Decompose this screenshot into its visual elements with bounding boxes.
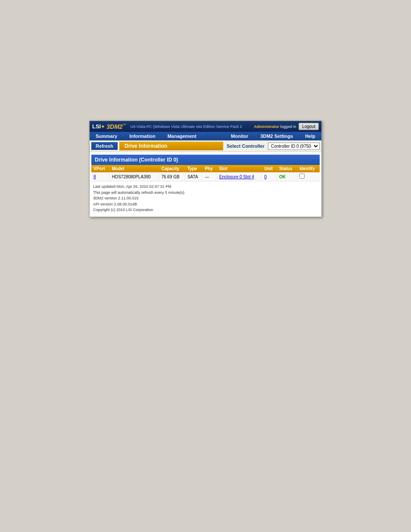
cell-model: HDS728080PLA380 — [109, 172, 159, 181]
logo-area: LSI✦ 3DM2™ U6-Vista-PC (Windows Vista Ul… — [92, 123, 242, 130]
nav-information[interactable]: Information — [123, 132, 162, 140]
header-bar: LSI✦ 3DM2™ U6-Vista-PC (Windows Vista Ul… — [90, 121, 321, 132]
footer-line1: Last updated Mon, Apr 26, 2010 02:47:31 … — [93, 184, 318, 190]
vport-link[interactable]: 8 — [93, 174, 96, 179]
content-area: Drive Information (Controller ID 0) VPor… — [90, 155, 321, 217]
cell-status: OK — [277, 172, 297, 181]
col-model: Model — [109, 165, 159, 172]
pc-info: U6-Vista-PC (Windows Vista Ultimate x64 … — [131, 124, 242, 129]
cell-phy: --- — [202, 172, 217, 181]
col-vport: VPort — [91, 165, 109, 172]
col-capacity: Capacity — [159, 165, 185, 172]
nav-management[interactable]: Management — [162, 132, 202, 140]
status-badge: OK — [279, 174, 286, 179]
3dm2-logo: 3DM2™ — [106, 123, 126, 130]
table-row: 8 HDS728080PLA380 76.69 GB SATA --- Encl… — [91, 172, 320, 181]
col-identify: Identify — [297, 165, 320, 172]
admin-area: Administrator logged in Logout — [254, 123, 319, 130]
nav-help[interactable]: Help — [299, 132, 321, 140]
cell-unit: 0 — [262, 172, 277, 181]
col-status: Status — [277, 165, 297, 172]
page-title: Drive Information — [119, 142, 223, 150]
unit-link[interactable]: 0 — [264, 174, 267, 179]
col-phy: Phy — [202, 165, 217, 172]
footer-info: Last updated Mon, Apr 26, 2010 02:47:31 … — [90, 181, 321, 217]
cell-vport: 8 — [91, 172, 109, 181]
drive-table: VPort Model Capacity Type Phy Slot Unit … — [91, 165, 320, 181]
col-type: Type — [185, 165, 202, 172]
section-header: Drive Information (Controller ID 0) — [91, 155, 320, 165]
footer-line2: This page will automatically refresh eve… — [93, 190, 318, 196]
nav-monitor[interactable]: Monitor — [225, 132, 254, 140]
cell-slot: Enclosure 0 Slot 4 — [217, 172, 262, 181]
nav-summary[interactable]: Summary — [90, 132, 123, 140]
identify-checkbox[interactable] — [299, 174, 305, 179]
star-icon: ✦ — [101, 124, 105, 129]
cell-capacity: 76.69 GB — [159, 172, 185, 181]
admin-text: Administrator logged in — [254, 124, 296, 129]
nav-bar: Summary Information Management Monitor 3… — [90, 132, 321, 140]
footer-line4: API version 2.08.00.014B — [93, 202, 318, 208]
logout-button[interactable]: Logout — [299, 123, 319, 130]
select-controller-label: Select Controller — [225, 143, 266, 149]
col-slot: Slot — [217, 165, 262, 172]
app-window: LSI✦ 3DM2™ U6-Vista-PC (Windows Vista Ul… — [89, 121, 322, 217]
footer-line5: Copyright (c) 2010 LSI Corporation — [93, 207, 318, 213]
col-unit: Unit — [262, 165, 277, 172]
cell-type: SATA — [185, 172, 202, 181]
slot-link[interactable]: Enclosure 0 Slot 4 — [219, 174, 254, 179]
cell-identify — [297, 172, 320, 181]
nav-3dm2settings[interactable]: 3DM2 Settings — [254, 132, 299, 140]
footer-line3: 3DM2 version 2.11.00.015 — [93, 196, 318, 202]
lsi-logo: LSI✦ — [92, 123, 105, 130]
toolbar: Refresh Drive Information Select Control… — [90, 140, 321, 152]
refresh-button[interactable]: Refresh — [91, 142, 118, 150]
controller-select[interactable]: Controller ID 0 (9750-8i) — [268, 143, 320, 150]
